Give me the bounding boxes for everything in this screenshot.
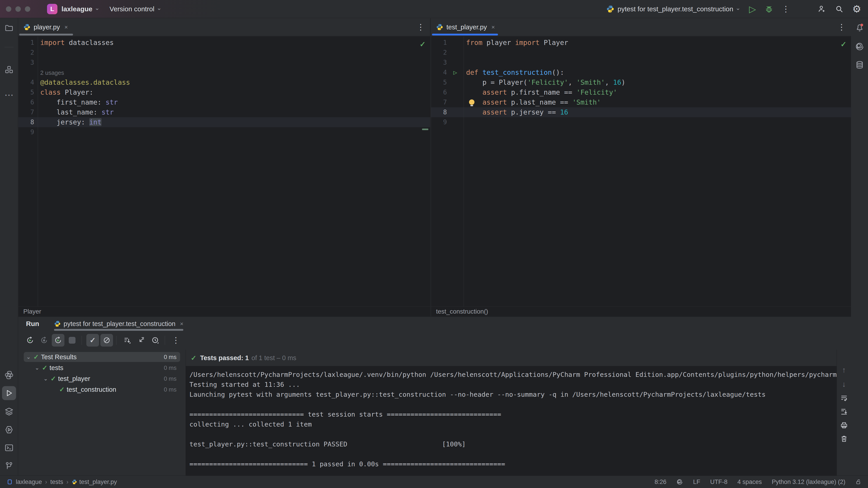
- git-branch-icon[interactable]: [4, 461, 14, 470]
- tree-row-time: 0 ms: [164, 354, 177, 361]
- tree-row-test-construction[interactable]: ✓ test_construction 0 ms: [18, 384, 186, 395]
- ai-assistant-icon[interactable]: [855, 42, 864, 51]
- notifications-bell-icon[interactable]: [855, 23, 864, 32]
- maximize-window-button[interactable]: [25, 6, 30, 12]
- project-name-menu[interactable]: laxleague: [61, 5, 92, 13]
- project-badge[interactable]: L: [47, 4, 57, 14]
- minimize-window-button[interactable]: [16, 6, 21, 12]
- inspections-passed-icon[interactable]: ✓: [840, 40, 846, 48]
- caret-position-widget[interactable]: 8:26: [655, 479, 666, 486]
- test-results-tree[interactable]: ⌄ ✓ Test Results 0 ms ⌄ ✓ tests 0 ms ⌄ ✓…: [18, 350, 186, 476]
- editor-split-left: player.py × ⋮ 1import dataclasses232 usa…: [18, 18, 431, 317]
- status-breadcrumb-file[interactable]: test_player.py: [72, 479, 117, 486]
- tree-row-tests[interactable]: ⌄ ✓ tests 0 ms: [18, 362, 186, 373]
- breadcrumb-separator: ›: [45, 479, 47, 486]
- breadcrumb[interactable]: Player: [18, 306, 430, 317]
- project-folder-icon[interactable]: [4, 24, 13, 33]
- left-tool-strip: ⋯: [0, 18, 18, 476]
- tree-row-time: 0 ms: [164, 364, 177, 371]
- show-passed-icon[interactable]: ✓: [86, 334, 99, 347]
- code-editor-player[interactable]: 1import dataclasses232 usages4@dataclass…: [18, 36, 430, 306]
- line-separator-widget[interactable]: LF: [693, 479, 700, 486]
- tests-passed-icon: ✓: [191, 354, 196, 362]
- sort-tests-icon[interactable]: [121, 334, 133, 347]
- project-widget[interactable]: laxleague: [7, 479, 42, 486]
- soft-wrap-icon[interactable]: [840, 394, 848, 402]
- next-occurrence-icon[interactable]: ↓: [842, 380, 846, 389]
- settings-gear-icon[interactable]: ⚙: [852, 4, 861, 13]
- summary-detail: of 1 test – 0 ms: [252, 354, 296, 362]
- debug-bug-icon[interactable]: [765, 5, 773, 13]
- run-button[interactable]: ▷: [749, 4, 756, 14]
- navigate-to-source-icon[interactable]: [135, 334, 148, 347]
- tree-row-label: Test Results: [41, 353, 76, 361]
- test-passed-icon: ✓: [32, 353, 40, 361]
- intention-bulb-icon[interactable]: [469, 99, 474, 105]
- run-panel-title: Run: [26, 320, 39, 328]
- code-editor-test-player[interactable]: 1from player import Player234▷def test_c…: [431, 36, 851, 306]
- run-test-gutter-icon[interactable]: ▷: [454, 68, 457, 77]
- rerun-failed-icon[interactable]: [38, 334, 51, 347]
- version-control-menu[interactable]: Version control: [110, 5, 154, 13]
- tab-close-icon[interactable]: ×: [64, 24, 68, 31]
- toolbar-separator: [165, 336, 165, 345]
- editor-options-kebab-icon[interactable]: ⋮: [416, 22, 425, 32]
- status-breadcrumb-project[interactable]: laxleague: [16, 479, 42, 486]
- tree-row-test-results[interactable]: ⌄ ✓ Test Results 0 ms: [18, 352, 186, 362]
- show-ignored-icon[interactable]: [100, 334, 113, 347]
- test-console: ✓ Tests passed: 1 of 1 test – 0 ms /User…: [186, 350, 837, 476]
- interpreter-widget[interactable]: Python 3.12 (laxleague) (2): [772, 479, 845, 486]
- inspections-passed-icon[interactable]: ✓: [420, 40, 426, 48]
- status-breadcrumb-dir[interactable]: tests: [51, 479, 63, 486]
- structure-icon[interactable]: [4, 65, 13, 74]
- lock-open-icon[interactable]: [855, 479, 862, 485]
- services-layers-icon[interactable]: [4, 407, 14, 416]
- encoding-widget[interactable]: UTF-8: [710, 479, 727, 486]
- caret-stripe-mark: [422, 129, 428, 130]
- ai-assistant-status-icon[interactable]: [676, 479, 683, 485]
- tree-row-test-player[interactable]: ⌄ ✓ test_player 0 ms: [18, 373, 186, 384]
- tab-close-icon[interactable]: ×: [180, 320, 183, 327]
- run-config-tab[interactable]: pytest for test_player.test_construction…: [54, 317, 183, 331]
- stop-icon[interactable]: [66, 334, 79, 347]
- tabbar-right: test_player.py × ⋮: [431, 18, 851, 36]
- tab-test-player-py[interactable]: test_player.py ×: [431, 18, 501, 36]
- run-panel-header: Run pytest for test_player.test_construc…: [18, 317, 851, 331]
- console-output[interactable]: /Users/helenscott/PycharmProjects/laxlea…: [189, 369, 837, 476]
- chevron-expanded-icon[interactable]: ⌄: [42, 376, 50, 382]
- more-actions-kebab-icon[interactable]: ⋮: [782, 4, 790, 14]
- indent-widget[interactable]: 4 spaces: [737, 479, 762, 486]
- toggle-auto-test-icon[interactable]: [52, 334, 64, 347]
- tab-close-icon[interactable]: ×: [491, 24, 495, 31]
- chevron-expanded-icon[interactable]: ⌄: [25, 354, 32, 360]
- window-header: L laxleague ⌄ Version control ⌄ pytest f…: [0, 0, 868, 18]
- more-tool-windows-icon[interactable]: ⋯: [4, 90, 13, 100]
- tree-row-label: test_construction: [67, 386, 116, 393]
- search-icon[interactable]: [835, 4, 844, 13]
- python-packages-icon[interactable]: [4, 370, 14, 380]
- breadcrumb[interactable]: test_construction(): [431, 306, 851, 317]
- terminal-icon[interactable]: [4, 443, 14, 453]
- chevron-expanded-icon[interactable]: ⌄: [33, 365, 41, 371]
- clear-console-trash-icon[interactable]: [840, 435, 848, 443]
- traffic-lights[interactable]: [6, 6, 34, 12]
- database-icon[interactable]: [855, 60, 864, 70]
- print-icon[interactable]: [840, 421, 848, 429]
- usages-inlay-hint[interactable]: 2 usages: [40, 69, 64, 76]
- add-user-icon[interactable]: [817, 4, 826, 13]
- scroll-to-end-icon[interactable]: [840, 408, 848, 416]
- run-options-kebab-icon[interactable]: ⋮: [169, 334, 182, 347]
- services-hexagon-play-icon[interactable]: [4, 425, 14, 434]
- pytest-run-config-icon: [606, 5, 614, 13]
- run-config-selector[interactable]: pytest for test_player.test_construction: [618, 5, 733, 13]
- editor-options-kebab-icon[interactable]: ⋮: [837, 22, 846, 32]
- close-window-button[interactable]: [6, 6, 11, 12]
- prev-occurrence-icon[interactable]: ↑: [842, 365, 846, 375]
- tab-indicator-active: [432, 34, 498, 35]
- sort-by-duration-clock-icon[interactable]: [149, 334, 162, 347]
- run-tool-window-button[interactable]: [2, 386, 16, 400]
- console-toolbar: ↑ ↓: [837, 350, 851, 476]
- chevron-down-icon: ⌄: [736, 4, 741, 11]
- rerun-icon[interactable]: [24, 334, 36, 347]
- tab-player-py[interactable]: player.py ×: [18, 18, 74, 36]
